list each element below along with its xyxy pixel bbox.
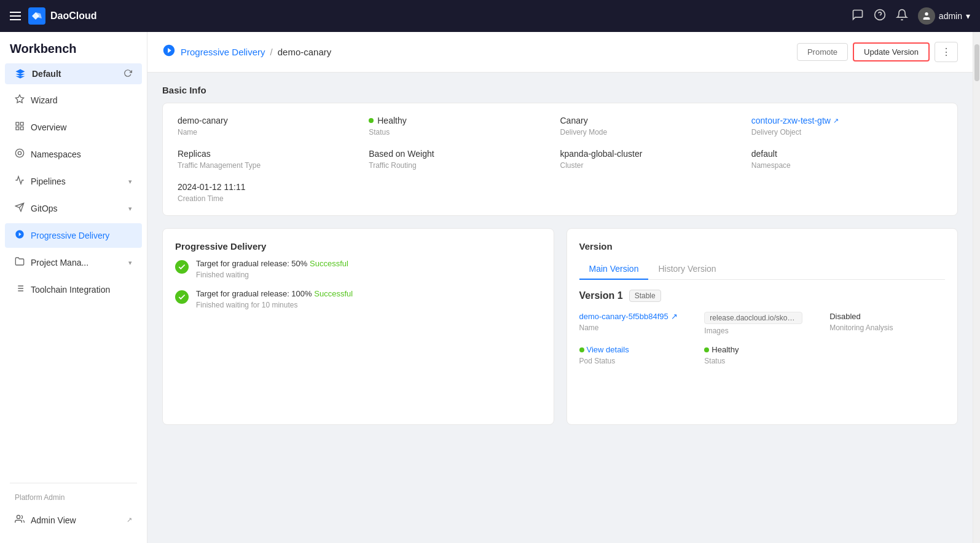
step-1-title: Target for gradual release: 50% Successf…	[196, 259, 348, 268]
overview-label: Overview	[31, 122, 132, 132]
toolchain-icon	[15, 283, 25, 296]
stable-badge: Stable	[629, 290, 661, 302]
info-delivery-mode-value: Canary	[560, 116, 751, 125]
step-2-subtitle: Finished waiting for 10 minutes	[196, 301, 353, 309]
update-version-button[interactable]: Update Version	[853, 42, 930, 61]
svg-rect-6	[16, 127, 19, 130]
gitops-chevron: ▾	[128, 205, 132, 213]
breadcrumb-parent[interactable]: Progressive Delivery	[181, 47, 265, 57]
sidebar-item-progressive-delivery[interactable]: Progressive Delivery	[5, 223, 142, 248]
progressive-delivery-icon	[15, 229, 25, 242]
refresh-icon[interactable]	[123, 69, 132, 79]
external-link-icon: ↗	[127, 516, 132, 524]
toolchain-label: Toolchain Integration	[31, 285, 132, 295]
sidebar-item-wizard[interactable]: Wizard	[5, 88, 142, 113]
info-namespace: default Namespace	[751, 149, 943, 170]
tab-history-version[interactable]: History Version	[648, 259, 726, 280]
version-name-value: demo-canary-5f5bb84f95 ↗	[579, 312, 695, 321]
wizard-icon	[15, 94, 25, 106]
page-header: Progressive Delivery / demo-canary Promo…	[147, 32, 973, 73]
version-card: Version 1 Stable demo-canary-5f5bb84f95 …	[579, 290, 946, 365]
version-external-icon: ↗	[671, 312, 678, 321]
svg-point-3	[925, 12, 928, 15]
sidebar-item-namespaces[interactable]: Namespaces	[5, 142, 142, 167]
sidebar-item-default[interactable]: Default	[5, 63, 142, 84]
delivery-object-link[interactable]: contour-zxw-test-gtw ↗	[751, 116, 839, 125]
tab-main-version[interactable]: Main Version	[579, 259, 649, 280]
delivery-step-2: Target for gradual release: 100% Success…	[175, 289, 541, 309]
external-link-icon: ↗	[833, 117, 839, 125]
step-1-icon	[175, 260, 189, 274]
info-namespace-value: default	[751, 149, 943, 159]
version-image-value: release.daocloud.io/skoala...	[704, 312, 820, 324]
sidebar-item-toolchain[interactable]: Toolchain Integration	[5, 277, 142, 302]
sidebar: Workbench Default Wizard Overview	[0, 32, 147, 543]
gitops-label: GitOps	[31, 204, 122, 213]
user-label: admin	[939, 11, 962, 21]
avatar	[918, 7, 935, 25]
step-2-icon	[175, 290, 189, 304]
delivery-header-icon	[162, 44, 176, 60]
version-tabs: Main Version History Version	[579, 259, 946, 280]
delivery-panel: Progressive Delivery Target for gradual …	[162, 228, 554, 425]
scrollbar-thumb[interactable]	[974, 44, 979, 81]
top-nav: DaoCloud admin ▾	[0, 0, 980, 32]
hamburger-menu[interactable]	[10, 12, 21, 20]
project-icon	[15, 256, 25, 269]
svg-rect-5	[20, 122, 23, 125]
version-monitoring-value: Disabled	[829, 312, 945, 321]
sidebar-item-pipelines[interactable]: Pipelines ▾	[5, 169, 142, 194]
notification-icon[interactable]	[896, 9, 908, 24]
step-2-title: Target for gradual release: 100% Success…	[196, 289, 353, 298]
logo-icon	[28, 7, 45, 25]
info-traffic-mgmt: Replicas Traffic Management Type	[178, 149, 369, 170]
version-image-item: release.daocloud.io/skoala... Images	[704, 312, 820, 335]
user-area[interactable]: admin ▾	[918, 7, 970, 25]
header-actions: Promote Update Version ⋮	[797, 42, 958, 62]
delivery-step-1: Target for gradual release: 50% Successf…	[175, 259, 541, 279]
pipelines-label: Pipelines	[31, 176, 122, 186]
sidebar-item-project-mana[interactable]: Project Mana... ▾	[5, 250, 142, 275]
info-creation-time: 2024-01-12 11:11 Creation Time	[178, 182, 369, 203]
basic-info-title: Basic Info	[162, 85, 958, 95]
promote-button[interactable]: Promote	[797, 43, 848, 61]
svg-point-8	[15, 149, 23, 157]
step-2-content: Target for gradual release: 100% Success…	[196, 289, 353, 309]
namespaces-label: Namespaces	[31, 149, 132, 159]
more-actions-button[interactable]: ⋮	[935, 42, 958, 62]
info-traffic-routing: Based on Weight Traffic Routing	[369, 149, 560, 170]
info-status: Healthy Status	[369, 116, 560, 137]
version-status-value: Healthy	[704, 345, 820, 354]
sidebar-item-gitops[interactable]: GitOps ▾	[5, 196, 142, 221]
info-name: demo-canary Name	[178, 116, 369, 137]
message-icon[interactable]	[852, 9, 864, 24]
project-chevron: ▾	[128, 259, 132, 267]
basic-info-card: demo-canary Name Healthy Status Canary	[162, 103, 958, 216]
help-icon[interactable]	[874, 9, 886, 24]
breadcrumb: Progressive Delivery / demo-canary	[181, 47, 792, 57]
chevron-down-icon: ▾	[966, 11, 970, 21]
info-delivery-object-value: contour-zxw-test-gtw ↗	[751, 116, 943, 125]
workbench-title: Workbench	[10, 42, 137, 56]
step-1-status: Successful	[310, 259, 348, 268]
svg-point-10	[17, 515, 20, 518]
overview-icon	[15, 121, 25, 133]
sidebar-item-admin-view[interactable]: Admin View ↗	[5, 508, 142, 532]
basic-info-grid: demo-canary Name Healthy Status Canary	[178, 116, 943, 203]
info-status-value: Healthy	[369, 116, 560, 125]
sidebar-divider	[10, 483, 137, 483]
pipelines-icon	[15, 175, 25, 188]
sidebar-item-overview[interactable]: Overview	[5, 115, 142, 140]
info-delivery-object: contour-zxw-test-gtw ↗ Delivery Object	[751, 116, 943, 137]
namespaces-icon	[15, 148, 25, 161]
version-number: Version 1	[579, 290, 623, 301]
breadcrumb-current: demo-canary	[278, 47, 332, 57]
info-cluster: kpanda-global-cluster Cluster	[560, 149, 751, 170]
pod-status-link[interactable]: View details	[587, 345, 629, 354]
svg-point-9	[18, 151, 21, 154]
wizard-label: Wizard	[31, 95, 132, 105]
scrollbar-track[interactable]	[973, 32, 980, 543]
version-name-link[interactable]: demo-canary-5f5bb84f95 ↗	[579, 312, 678, 321]
info-cluster-value: kpanda-global-cluster	[560, 149, 751, 159]
progressive-delivery-label: Progressive Delivery	[31, 231, 132, 240]
